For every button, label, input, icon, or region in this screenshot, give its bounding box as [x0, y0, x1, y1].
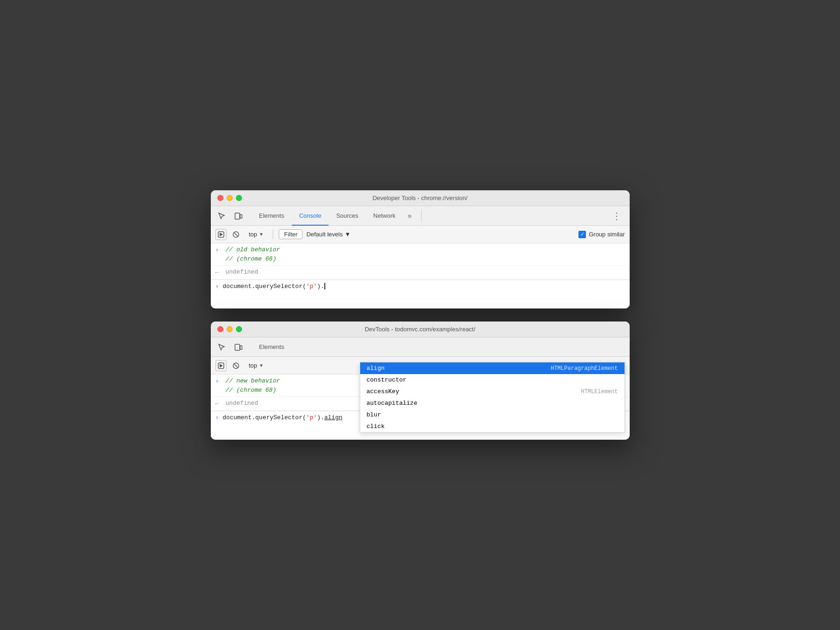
svg-rect-1 — [240, 214, 242, 218]
tab-more[interactable]: » — [403, 207, 417, 226]
minimize-button-2[interactable] — [227, 326, 233, 332]
tab-elements[interactable]: Elements — [252, 207, 292, 226]
autocomplete-dropdown[interactable]: align HTMLParagraphElement constructor a… — [360, 362, 625, 433]
minimize-button[interactable] — [227, 195, 233, 201]
input-prompt-2: › — [215, 414, 219, 421]
console-toolbar-1: top ▼ Filter Default levels ▼ Group simi… — [211, 226, 630, 243]
svg-marker-9 — [220, 364, 223, 368]
devtools-window-1: Developer Tools - chrome://version/ Elem… — [211, 190, 630, 308]
devtools-window-2: DevTools - todomvc.com/examples/react/ E… — [211, 322, 630, 440]
input-text-1[interactable]: document.querySelector('p'). — [222, 283, 325, 290]
inspect-icon-btn-2[interactable] — [215, 341, 228, 353]
window-title-2: DevTools - todomvc.com/examples/react/ — [365, 326, 476, 333]
tabs-bar-1: Elements Console Sources Network » ⋮ — [211, 206, 630, 226]
title-bar-2: DevTools - todomvc.com/examples/react/ — [211, 322, 630, 337]
context-label-2: top — [249, 362, 257, 369]
traffic-lights-1 — [217, 195, 242, 201]
tabs-bar-2: Elements — [211, 337, 630, 357]
prompt-2: ← — [215, 268, 222, 277]
result-1: undefined — [226, 268, 258, 277]
default-levels-label: Default levels — [306, 231, 343, 238]
svg-line-11 — [234, 364, 238, 368]
device-icon-btn-2[interactable] — [232, 341, 244, 353]
svg-rect-0 — [235, 213, 240, 219]
context-selector-2[interactable]: top ▼ — [245, 361, 268, 370]
console-line-2: ← undefined — [211, 266, 630, 280]
autocomplete-item-blur[interactable]: blur — [360, 409, 625, 421]
traffic-lights-2 — [217, 326, 242, 332]
window-title: Developer Tools - chrome://version/ — [372, 194, 467, 201]
title-bar-1: Developer Tools - chrome://version/ — [211, 190, 630, 206]
tab-elements-2[interactable]: Elements — [252, 338, 292, 357]
code-2: // new behavior // (chrome 68) — [226, 376, 280, 395]
filter-btn[interactable]: Filter — [279, 229, 302, 239]
ac-type-align: HTMLParagraphElement — [551, 365, 618, 372]
console-input-line-1[interactable]: › document.querySelector('p'). — [211, 280, 630, 293]
checkbox-checked-icon — [578, 231, 586, 238]
code-1: // old behavior // (chrome 66) — [226, 245, 280, 263]
maximize-button-2[interactable] — [236, 326, 242, 332]
svg-marker-3 — [220, 233, 223, 236]
ac-label-click: click — [367, 423, 385, 430]
prompt-3: › — [215, 376, 222, 386]
autocomplete-item-accesskey[interactable]: accessKey HTMLElement — [360, 386, 625, 397]
ac-type-accesskey: HTMLElement — [581, 389, 618, 395]
ac-label-blur: blur — [367, 411, 381, 418]
context-dropdown-arrow-2: ▼ — [259, 363, 264, 368]
default-levels-selector[interactable]: Default levels ▼ — [306, 231, 350, 238]
devtools-icons — [215, 206, 244, 225]
autocomplete-item-click[interactable]: click — [360, 421, 625, 432]
maximize-button[interactable] — [236, 195, 242, 201]
input-text-2[interactable]: document.querySelector('p').align — [222, 414, 342, 421]
tab-separator — [421, 210, 422, 221]
context-dropdown-arrow: ▼ — [259, 232, 264, 237]
ac-label-accesskey: accessKey — [367, 388, 399, 395]
input-prompt-1: › — [215, 283, 219, 290]
result-2: undefined — [226, 399, 258, 408]
close-button[interactable] — [217, 195, 223, 201]
svg-line-5 — [234, 233, 238, 236]
ac-label-align: align — [367, 365, 385, 372]
clear-console-btn[interactable] — [230, 229, 242, 240]
device-icon-btn[interactable] — [232, 210, 244, 222]
prompt-4: ← — [215, 399, 222, 409]
console-output-1: › // old behavior // (chrome 66) ← undef… — [211, 243, 630, 308]
group-similar-checkbox[interactable]: Group similar — [578, 231, 625, 238]
tab-console[interactable]: Console — [292, 207, 329, 226]
autocomplete-item-autocapitalize[interactable]: autocapitalize — [360, 397, 625, 409]
autocomplete-item-align[interactable]: align HTMLParagraphElement — [360, 362, 625, 374]
tab-network[interactable]: Network — [366, 207, 403, 226]
run-btn-2[interactable] — [215, 360, 227, 371]
svg-rect-7 — [240, 346, 242, 349]
context-label: top — [249, 231, 257, 238]
console-line-1: › // old behavior // (chrome 66) — [211, 243, 630, 266]
svg-rect-6 — [235, 344, 240, 350]
ac-label-constructor: constructor — [367, 376, 407, 383]
filter-separator — [273, 230, 273, 239]
tab-sources[interactable]: Sources — [329, 207, 366, 226]
devtools-icons-2 — [215, 337, 244, 356]
close-button-2[interactable] — [217, 326, 223, 332]
prompt-1: › — [215, 245, 222, 255]
autocomplete-item-constructor[interactable]: constructor — [360, 374, 625, 386]
run-btn[interactable] — [215, 229, 227, 240]
clear-console-btn-2[interactable] — [230, 360, 242, 371]
devtools-menu-btn[interactable]: ⋮ — [608, 206, 625, 225]
group-similar-label: Group similar — [589, 231, 625, 238]
context-selector[interactable]: top ▼ — [245, 230, 268, 239]
default-levels-arrow: ▼ — [344, 231, 350, 238]
ac-label-autocapitalize: autocapitalize — [367, 400, 417, 407]
inspect-icon-btn[interactable] — [215, 210, 228, 222]
